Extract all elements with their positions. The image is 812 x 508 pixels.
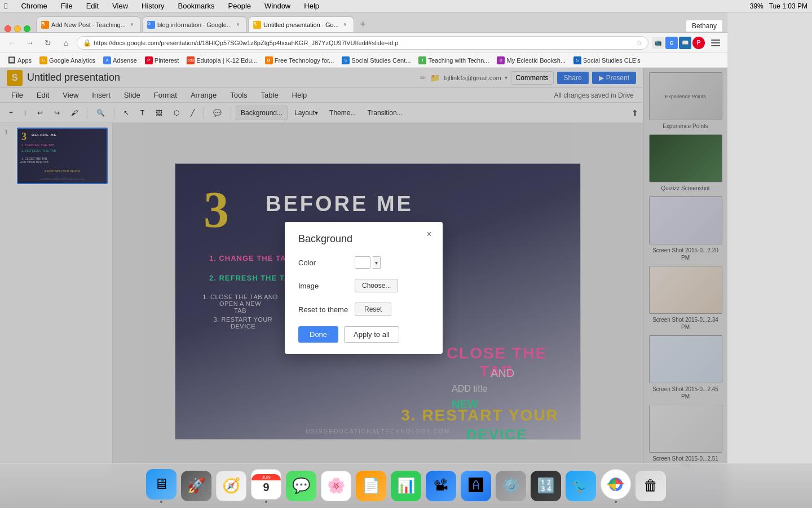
- color-row: Color ▾: [298, 256, 429, 269]
- gs-ext-icon[interactable]: G: [665, 37, 678, 49]
- cles-icon: S: [573, 56, 581, 64]
- clock: Tue 1:03 PM: [769, 2, 807, 10]
- launchpad-icon: 🚀: [181, 471, 211, 501]
- color-swatch[interactable]: [355, 256, 370, 269]
- menu-view[interactable]: View: [110, 2, 130, 10]
- dock-keynote[interactable]: 📽: [426, 471, 456, 501]
- dock-sysprefs[interactable]: ⚙️: [496, 471, 526, 501]
- bookmark-apps[interactable]: 🔲 Apps: [5, 55, 35, 65]
- dock-calendar[interactable]: JUN 9: [251, 469, 281, 503]
- menu-file[interactable]: File: [59, 2, 75, 10]
- dock: 🖥 🚀 🧭 JUN 9 💬 🌸 📄: [0, 463, 812, 508]
- tab3-close-button[interactable]: ×: [341, 21, 349, 29]
- bookmark-socialstudies[interactable]: S Social Studies Cent...: [338, 55, 414, 65]
- bookmark-adsense[interactable]: A Adsense: [100, 55, 140, 65]
- close-window-button[interactable]: [5, 25, 11, 32]
- bookmark-analytics[interactable]: G Google Analytics: [36, 55, 99, 65]
- freetech-label: Free Technology for...: [275, 57, 334, 64]
- menu-help[interactable]: Help: [302, 2, 321, 10]
- twitter-icon: 🐦: [566, 471, 596, 501]
- calculator-icon: 🔢: [531, 471, 561, 501]
- reset-theme-label: Reset to theme: [298, 305, 355, 314]
- dialog-close-button[interactable]: ×: [423, 229, 435, 240]
- tab-2[interactable]: G blog information · Google... ×: [142, 16, 247, 32]
- bookmark-edutopia[interactable]: edu Edutopia | K-12 Edu...: [183, 55, 260, 65]
- tab2-close-button[interactable]: ×: [234, 21, 242, 29]
- sysprefs-icon: ⚙️: [496, 471, 526, 501]
- finder-dot: [160, 501, 162, 503]
- edutopia-icon: edu: [187, 56, 195, 64]
- dock-trash[interactable]: 🗑: [636, 471, 666, 501]
- eclectic-icon: B: [497, 56, 505, 64]
- tab-1[interactable]: B Add New Post · Teaching... ×: [36, 16, 141, 32]
- color-picker[interactable]: ▾: [355, 256, 381, 269]
- apple-logo-icon[interactable]: : [5, 1, 7, 11]
- forward-button[interactable]: →: [23, 36, 37, 50]
- cles-label: Social Studies CLE's: [583, 57, 641, 64]
- appstore-icon: 🅰: [461, 471, 491, 501]
- adsense-icon: A: [103, 56, 111, 64]
- address-box[interactable]: 🔒 https://docs.google.com/presentation/d…: [77, 36, 648, 50]
- dock-photos[interactable]: 🌸: [321, 471, 351, 501]
- star-icon[interactable]: ☆: [636, 39, 642, 47]
- dock-launchpad[interactable]: 🚀: [181, 471, 211, 501]
- choose-image-button[interactable]: Choose...: [355, 279, 398, 292]
- dock-appstore[interactable]: 🅰: [461, 471, 491, 501]
- dock-numbers[interactable]: 📊: [391, 471, 421, 501]
- eclectic-label: My Eclectic Booksh...: [506, 57, 566, 64]
- read-ext-icon[interactable]: 📖: [679, 37, 691, 49]
- minimize-window-button[interactable]: [14, 25, 21, 32]
- apply-to-all-button[interactable]: Apply to all: [344, 326, 399, 343]
- maximize-window-button[interactable]: [24, 25, 30, 32]
- tab3-title: Untitled presentation · Go...: [263, 21, 339, 28]
- bookmark-freetech[interactable]: B Free Technology for...: [262, 55, 338, 65]
- dock-messages[interactable]: 💬: [286, 471, 316, 501]
- bookmark-pinterest[interactable]: P Pinterest: [142, 55, 182, 65]
- bookmark-cles[interactable]: S Social Studies CLE's: [570, 55, 644, 65]
- reset-button[interactable]: Reset: [355, 303, 391, 316]
- dock-chrome[interactable]: [601, 469, 631, 503]
- dialog-title: Background: [298, 233, 429, 245]
- numbers-icon: 📊: [391, 471, 421, 501]
- dock-pages[interactable]: 📄: [356, 471, 386, 501]
- bookmark-eclectic[interactable]: B My Eclectic Booksh...: [493, 55, 569, 65]
- tab1-close-button[interactable]: ×: [128, 21, 136, 29]
- screenshare-ext-icon[interactable]: 📺: [652, 37, 664, 49]
- menu-history[interactable]: History: [139, 2, 166, 10]
- background-dialog: Background × Color ▾ Image Choose...: [285, 222, 443, 354]
- home-button[interactable]: ⌂: [59, 36, 73, 50]
- tab2-title: blog information · Google...: [157, 21, 232, 28]
- apps-bookmark-label: Apps: [17, 57, 32, 64]
- edutopia-label: Edutopia | K-12 Edu...: [196, 57, 257, 64]
- back-button[interactable]: ←: [5, 36, 19, 50]
- pinterest-icon: P: [145, 56, 153, 64]
- tab3-favicon: S: [253, 21, 261, 29]
- battery-status: 39%: [750, 2, 764, 10]
- bethany-profile-button[interactable]: Bethany: [686, 20, 723, 32]
- tab-3[interactable]: S Untitled presentation · Go... ×: [248, 16, 354, 32]
- menu-edit[interactable]: Edit: [84, 2, 101, 10]
- dock-safari[interactable]: 🧭: [216, 471, 246, 501]
- dock-twitter[interactable]: 🐦: [566, 471, 596, 501]
- menu-window[interactable]: Window: [262, 2, 293, 10]
- pinterest-label: Pinterest: [155, 57, 179, 64]
- chrome-icon: [601, 469, 631, 500]
- menu-chrome[interactable]: Chrome: [19, 2, 49, 10]
- menu-people[interactable]: People: [226, 2, 253, 10]
- dock-calculator[interactable]: 🔢: [531, 471, 561, 501]
- color-dropdown-button[interactable]: ▾: [373, 256, 381, 269]
- new-tab-button[interactable]: +: [355, 16, 371, 32]
- keynote-icon: 📽: [426, 471, 456, 501]
- dock-finder[interactable]: 🖥: [146, 469, 176, 503]
- image-row: Image Choose...: [298, 279, 429, 292]
- dialog-actions: Done Apply to all: [298, 326, 429, 343]
- bookmark-teaching[interactable]: T Teaching with Techn...: [415, 55, 492, 65]
- calendar-icon: JUN 9: [251, 469, 281, 500]
- menu-bookmarks[interactable]: Bookmarks: [176, 2, 217, 10]
- chrome-menu-button[interactable]: [708, 36, 723, 50]
- done-button[interactable]: Done: [298, 326, 338, 343]
- modal-overlay[interactable]: Background × Color ▾ Image Choose...: [0, 68, 727, 508]
- pinterest-ext-icon[interactable]: P: [692, 37, 705, 49]
- color-label: Color: [298, 259, 355, 267]
- reload-button[interactable]: ↻: [41, 36, 55, 50]
